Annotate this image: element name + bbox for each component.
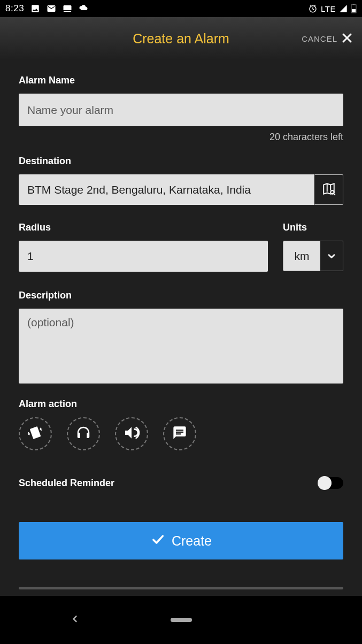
description-section: Description [19,290,343,386]
message-icon [172,425,187,442]
create-button-label: Create [172,533,212,549]
page-title: Create an Alarm [133,31,229,47]
map-search-button[interactable] [314,174,343,205]
image-icon [30,4,40,13]
alarm-action-label: Alarm action [19,398,343,410]
laptop-icon [63,4,72,13]
description-input[interactable] [19,309,343,384]
content: Alarm Name 20 characters left Destinatio… [0,60,362,596]
radius-label: Radius [19,222,268,233]
header: Create an Alarm CANCEL [0,17,362,60]
headphones-action-button[interactable] [67,417,100,450]
scheduled-reminder-row: Scheduled Reminder [19,477,343,489]
vibrate-icon [27,425,43,443]
message-action-button[interactable] [163,417,196,450]
status-right: LTE [308,4,357,13]
svg-rect-2 [353,4,355,5]
description-label: Description [19,290,343,301]
home-indicator[interactable] [171,618,192,622]
svg-rect-3 [352,9,356,12]
close-icon [341,32,353,46]
weather-icon [79,4,88,13]
chevron-down-icon [320,241,343,271]
cancel-label: CANCEL [302,34,337,43]
battery-icon [351,4,357,13]
map-search-icon [322,182,336,198]
status-time: 8:23 [5,3,24,14]
radius-units-section: Radius Units km [19,222,343,272]
signal-icon [339,4,348,13]
scroll-indicator[interactable] [19,587,343,589]
check-icon [150,532,165,550]
alarm-name-input[interactable] [19,94,343,126]
alarm-action-section: Alarm action [19,398,343,450]
cancel-button[interactable]: CANCEL [302,32,353,46]
units-label: Units [283,222,343,233]
destination-input[interactable] [19,174,314,205]
vibrate-action-button[interactable] [19,417,52,450]
switch-knob [318,476,332,490]
alarm-icon [308,4,318,13]
status-bar: 8:23 LTE [0,0,362,17]
sound-action-button[interactable] [115,417,148,450]
nav-bar [0,596,362,644]
headphones-icon [75,425,91,443]
units-value: km [283,241,320,271]
radius-input[interactable] [19,241,268,272]
destination-section: Destination [19,156,343,205]
create-button[interactable]: Create [19,522,343,559]
chars-left: 20 characters left [19,132,343,143]
alarm-name-section: Alarm Name 20 characters left [19,75,343,143]
destination-label: Destination [19,156,343,167]
units-select[interactable]: km [283,241,343,271]
scheduled-reminder-switch[interactable] [318,477,343,489]
scheduled-reminder-label: Scheduled Reminder [19,478,114,489]
speaker-icon [123,424,140,443]
status-left: 8:23 [5,3,88,14]
network-label: LTE [321,4,336,13]
back-button[interactable] [70,614,80,626]
mail-icon [47,4,56,13]
alarm-name-label: Alarm Name [19,75,343,86]
